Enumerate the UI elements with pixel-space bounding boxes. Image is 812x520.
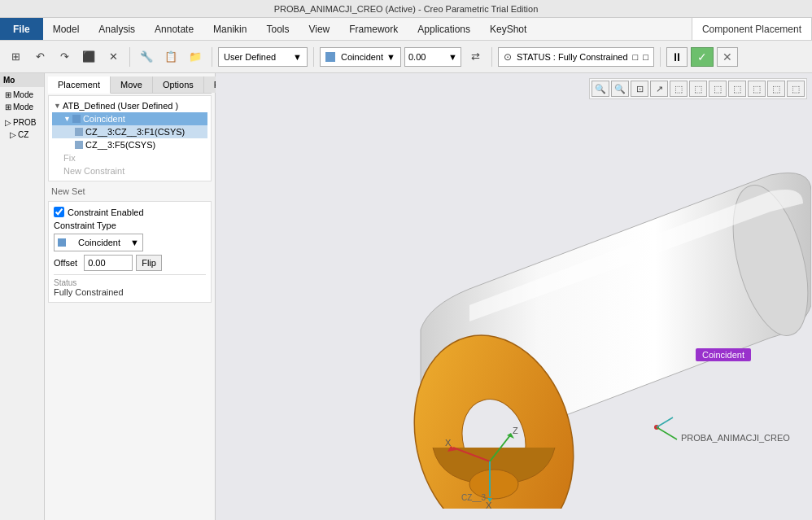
side-strip-model[interactable]: ⊞ Mode (2, 101, 42, 113)
offset-dropdown-arrow: ▼ (448, 52, 457, 62)
model-tree-strip: Mo ⊞ Mode ⊞ Mode ▷ PROB ▷ CZ (0, 73, 45, 520)
tree-root-label: ATB_Defined (User Defined ) (63, 101, 178, 111)
status-icon-2: □ (633, 52, 639, 62)
coord2-cyan (657, 417, 673, 427)
constraint-details: Constraint Enabled Constraint Type Coinc… (48, 201, 212, 303)
user-defined-dropdown[interactable]: User Defined ▼ (218, 47, 308, 67)
accept-icon: ✓ (697, 50, 707, 63)
status-text: STATUS : Fully Constrained (517, 52, 628, 62)
side-strip-cz-label: CZ (18, 130, 28, 139)
menu-bar: File Model Analysis Annotate Manikin Too… (0, 18, 812, 41)
tree-coincident[interactable]: ▼ Coincident (52, 112, 207, 125)
status-section: Status Fully Constrained (54, 274, 206, 297)
dropdown-arrow-user-defined: ▼ (293, 52, 302, 62)
offset-value-text: 0.00 (408, 52, 426, 62)
scene-container: X Z X CZ__3 Coincident PROBA_ANIMACJI_CR… (216, 73, 812, 520)
side-strip-prob[interactable]: ▷ PROB (2, 116, 42, 129)
menu-applications[interactable]: Applications (408, 18, 480, 40)
menu-tools[interactable]: Tools (256, 18, 299, 40)
menu-keyshot[interactable]: KeyShot (480, 18, 536, 40)
menu-framework[interactable]: Framework (339, 18, 408, 40)
status-area: ⊙ STATUS : Fully Constrained □ □ (498, 47, 654, 67)
menu-view[interactable]: View (299, 18, 339, 40)
menu-manikin[interactable]: Manikin (203, 18, 256, 40)
offset-value-input[interactable]: 0.00 ▼ (404, 47, 461, 67)
placement-panel: Placement Move Options Flexibility Prope… (45, 73, 216, 520)
constraint-type-arrow: ▼ (130, 238, 139, 247)
pause-icon: ⏸ (671, 50, 683, 63)
pause-button[interactable]: ⏸ (666, 47, 688, 67)
title-bar: PROBA_ANIMACJI_CREO (Active) - Creo Para… (0, 0, 812, 18)
sep-3 (313, 47, 314, 67)
expand-icon-cz: ▷ (10, 130, 16, 139)
constraint-tree: ▼ ATB_Defined (User Defined ) ▼ Coincide… (48, 95, 212, 181)
side-strip-model-icon: ⊞ (5, 103, 11, 111)
tab-options[interactable]: Options (153, 76, 204, 93)
toolbar-icon-2[interactable]: ↶ (29, 47, 50, 67)
main-content: Mo ⊞ Mode ⊞ Mode ▷ PROB ▷ CZ Pl (0, 73, 812, 520)
new-constraint-label: New Constraint (63, 166, 124, 176)
expand-icon-coincident: ▼ (63, 115, 71, 123)
axis-z-label: X (486, 500, 492, 509)
axis-x-label: X (445, 438, 452, 448)
constraint-enabled-row: Constraint Enabled (54, 207, 206, 217)
menu-analysis[interactable]: Analysis (89, 18, 145, 40)
toolbar-icon-6[interactable]: 🔧 (136, 47, 157, 67)
coord2-green (657, 427, 677, 439)
side-strip-mode-icon: ⊞ (5, 90, 11, 99)
tab-placement[interactable]: Placement (48, 76, 111, 94)
new-set-link[interactable]: New Set (48, 185, 212, 198)
constraint-type-value: Coincident (78, 238, 120, 247)
toolbar-icon-7[interactable]: 📋 (160, 47, 181, 67)
cz3-label: CZ__3 (461, 493, 486, 502)
menu-file[interactable]: File (0, 18, 43, 40)
side-strip-cz[interactable]: ▷ CZ (2, 129, 42, 141)
constraint-enabled-label[interactable]: Constraint Enabled (54, 207, 144, 217)
toolbar-icon-5[interactable]: ✕ (103, 47, 124, 67)
constraint-type-dropdown-row: Coincident ▼ (54, 234, 206, 251)
sep-4 (491, 47, 492, 67)
side-strip-mode[interactable]: ⊞ Mode (2, 89, 42, 101)
3d-viewport[interactable]: 🔍 🔍 ⊡ ↗ ⬚ ⬚ ⬚ ⬚ ⬚ ⬚ ⬚ (216, 73, 812, 520)
tree-csys1[interactable]: CZ__3:CZ__3:F1(CSYS) (52, 125, 207, 138)
status-icon-3: □ (643, 52, 648, 62)
coincident-dropdown[interactable]: Coincident ▼ (320, 47, 401, 67)
tree-csys2-label: CZ__3:F5(CSYS) (85, 140, 155, 150)
sep-1 (129, 47, 130, 67)
menu-annotate[interactable]: Annotate (145, 18, 203, 40)
constraint-enabled-checkbox[interactable] (54, 207, 64, 217)
csys2-icon (75, 141, 83, 149)
tree-csys1-label: CZ__3:CZ__3:F1(CSYS) (85, 127, 185, 137)
offset-row: Offset Flip (54, 255, 206, 271)
accept-button[interactable]: ✓ (691, 47, 714, 67)
coincident-3d-label: Coincident (696, 348, 751, 361)
tab-move[interactable]: Move (111, 76, 153, 93)
expand-icon-root: ▼ (54, 102, 61, 110)
constraint-type-icon (58, 238, 66, 247)
toolbar-icon-3[interactable]: ↷ (54, 47, 75, 67)
tab-component-placement[interactable]: Component Placement (692, 18, 812, 40)
cancel-button[interactable]: ✕ (717, 47, 738, 67)
expand-icon-prob: ▷ (5, 118, 11, 127)
coincident-label: Coincident (341, 52, 383, 62)
flip-icon-btn[interactable]: ⇄ (465, 47, 486, 67)
model-tree-header: Mo (0, 73, 44, 87)
tree-root[interactable]: ▼ ATB_Defined (User Defined ) (52, 99, 207, 112)
constraint-type-dropdown[interactable]: Coincident ▼ (54, 234, 143, 251)
menu-model[interactable]: Model (43, 18, 89, 40)
tree-coincident-label: Coincident (83, 114, 125, 124)
offset-input[interactable] (84, 255, 133, 271)
title-text: PROBA_ANIMACJI_CREO (Active) - Creo Para… (274, 4, 539, 14)
proba-3d-label: PROBA_ANIMACJI_CREO (681, 433, 790, 443)
flip-button[interactable]: Flip (136, 255, 162, 271)
toolbar-icon-8[interactable]: 📁 (185, 47, 206, 67)
sep-2 (212, 47, 212, 67)
toolbar-icon-1[interactable]: ⊞ (5, 47, 26, 67)
status-icon: ⊙ (504, 51, 512, 63)
side-strip-mode-label: Mode (13, 90, 33, 99)
constraint-enabled-text: Constraint Enabled (68, 208, 144, 217)
tree-csys2[interactable]: CZ__3:F5(CSYS) (52, 138, 207, 151)
tree-fix: Fix (52, 151, 207, 164)
toolbar-icon-4[interactable]: ⬛ (78, 47, 99, 67)
coincident-tree-icon (72, 115, 81, 123)
